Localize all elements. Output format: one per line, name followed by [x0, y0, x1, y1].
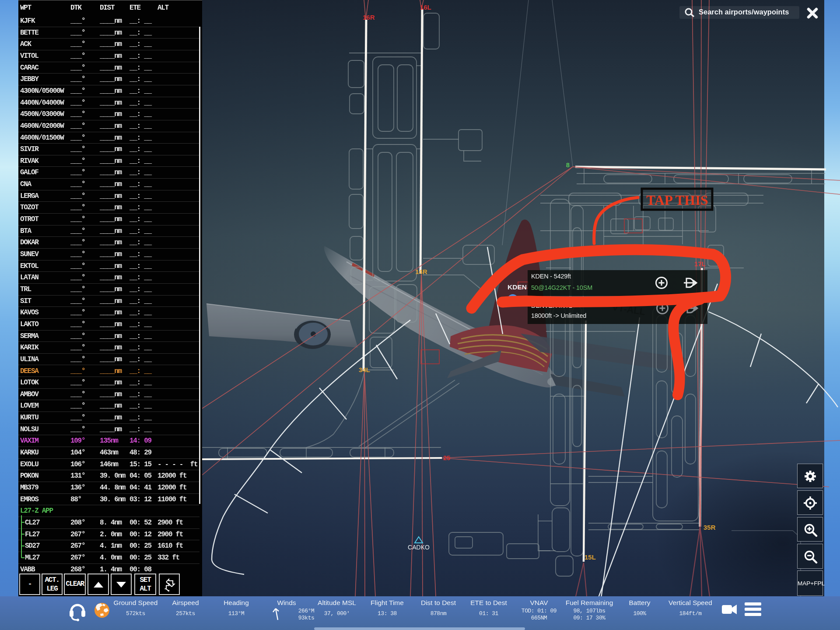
svg-text:KDEN: KDEN	[508, 283, 527, 291]
svg-text:17L: 17L	[694, 260, 706, 267]
svg-text:34L: 34L	[359, 366, 370, 373]
svg-text:15L: 15L	[584, 553, 596, 561]
svg-text:16R: 16R	[363, 14, 375, 21]
svg-text:8: 8	[566, 161, 570, 169]
svg-text:25: 25	[443, 454, 451, 461]
svg-text:35R: 35R	[704, 524, 716, 531]
svg-text:16L: 16L	[420, 4, 431, 11]
svg-text:CADKO: CADKO	[408, 544, 430, 551]
svg-text:14R: 14R	[415, 268, 427, 275]
